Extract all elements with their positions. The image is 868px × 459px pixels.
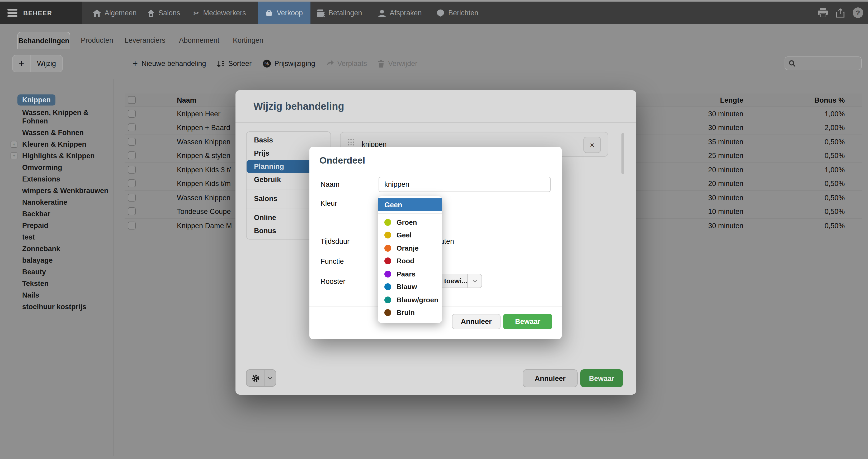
kleur-option-rood[interactable]: Rood bbox=[378, 255, 442, 267]
sidebar-item[interactable]: Nanokeratine bbox=[22, 198, 111, 206]
select-all-checkbox[interactable] bbox=[128, 96, 136, 104]
sidebar-item[interactable]: balayage bbox=[22, 256, 111, 264]
sidebar-item[interactable]: Nails bbox=[22, 291, 111, 299]
kleur-option-groen[interactable]: Groen bbox=[378, 216, 442, 229]
sorteer-button[interactable]: Sorteer bbox=[217, 60, 252, 68]
modal-scrollbar[interactable] bbox=[621, 133, 624, 174]
share-icon[interactable] bbox=[836, 8, 845, 18]
nav-item-afspraken[interactable]: Afspraken bbox=[378, 2, 422, 24]
rooster-select-value[interactable]: toewi... bbox=[440, 274, 468, 288]
row-checkbox[interactable] bbox=[128, 110, 136, 118]
row-checkbox[interactable] bbox=[128, 152, 136, 160]
modal-tab-basis[interactable]: Basis bbox=[247, 133, 331, 147]
sidebar-item[interactable]: Omvorming bbox=[22, 163, 111, 171]
row-checkbox[interactable] bbox=[128, 222, 136, 230]
kleur-option-geel[interactable]: Geel bbox=[378, 229, 442, 242]
sidebar-item[interactable]: stoelhuur kostprijs bbox=[22, 302, 111, 311]
row-checkbox[interactable] bbox=[128, 166, 136, 173]
add-icon[interactable]: + bbox=[13, 55, 31, 72]
sidebar-item[interactable]: Teksten bbox=[22, 280, 111, 288]
chevron-down-icon[interactable] bbox=[265, 370, 276, 386]
column-header-naam[interactable]: Naam bbox=[177, 96, 196, 104]
kleur-option-geen[interactable]: Geen bbox=[378, 198, 442, 211]
rooster-select[interactable]: toewi... bbox=[440, 274, 482, 288]
sidebar-item[interactable]: Beauty bbox=[22, 268, 111, 276]
settings-split-button[interactable] bbox=[246, 369, 276, 387]
sidebar-item[interactable]: Zonnebank bbox=[22, 244, 111, 253]
naam-label: Naam bbox=[320, 181, 340, 188]
basket-icon bbox=[265, 9, 273, 17]
row-checkbox[interactable] bbox=[128, 138, 136, 145]
search-icon bbox=[789, 60, 796, 67]
gear-icon[interactable] bbox=[247, 370, 265, 386]
kleur-option-bruin[interactable]: Bruin bbox=[378, 306, 442, 319]
row-checkbox[interactable] bbox=[128, 207, 136, 216]
search-box[interactable] bbox=[784, 57, 862, 70]
move-arrow-icon bbox=[326, 60, 334, 67]
hamburger-icon bbox=[7, 9, 18, 17]
color-dot-blauwgroen bbox=[384, 296, 391, 303]
column-header-lengte[interactable]: Lengte bbox=[720, 96, 743, 104]
sidebar-item[interactable]: Prepaid bbox=[22, 221, 111, 230]
nav-item-salons[interactable]: Salons bbox=[147, 2, 180, 24]
nav-item-medewerkers[interactable]: ✂ Medewerkers bbox=[193, 2, 246, 24]
dialog-annuleer-button[interactable]: Annuleer bbox=[452, 314, 500, 329]
row-checkbox[interactable] bbox=[128, 179, 136, 188]
kleur-option-blauwgroen[interactable]: Blauw/groen bbox=[378, 293, 442, 306]
column-header-bonus[interactable]: Bonus % bbox=[814, 96, 845, 104]
color-dot-rood bbox=[384, 258, 391, 265]
onderdeel-dialog: Onderdeel Naam Kleur Tijdsduur minuten F… bbox=[309, 147, 562, 339]
color-dot-groen bbox=[384, 219, 391, 226]
modal-annuleer-button[interactable]: Annuleer bbox=[523, 369, 578, 387]
prijswijziging-button[interactable]: % Prijswijziging bbox=[263, 60, 315, 68]
scissors-icon: ✂ bbox=[193, 9, 199, 17]
tab-behandelingen[interactable]: Behandelingen bbox=[18, 32, 70, 49]
nav-item-algemeen[interactable]: Algemeen bbox=[93, 2, 137, 24]
category-list: Knippen Wassen, Knippen & Fohnen Wassen … bbox=[22, 94, 111, 314]
selected-category-pill[interactable]: Knippen bbox=[18, 94, 56, 105]
wijzig-split-button[interactable]: + Wijzig bbox=[12, 55, 63, 72]
sidebar-item[interactable]: +Highlights & Knippen bbox=[22, 152, 111, 160]
expand-icon[interactable]: + bbox=[10, 152, 18, 159]
sidebar-item[interactable]: test bbox=[22, 233, 111, 241]
app-screen: BEHEER Algemeen Salons ✂ Medewerkers Ver… bbox=[0, 0, 868, 459]
person-icon bbox=[378, 9, 386, 17]
chevron-down-icon[interactable] bbox=[468, 274, 482, 288]
dialog-bewaar-button[interactable]: Bewaar bbox=[503, 314, 552, 329]
section-tabbar: Behandelingen Producten Leveranciers Abo… bbox=[0, 32, 868, 48]
tab-leveranciers[interactable]: Leveranciers bbox=[125, 32, 165, 48]
search-input[interactable] bbox=[798, 60, 857, 67]
sidebar-item-knippen[interactable]: Knippen bbox=[22, 94, 111, 105]
kleur-option-paars[interactable]: Paars bbox=[378, 267, 442, 281]
row-checkbox[interactable] bbox=[128, 194, 136, 201]
home-icon bbox=[93, 9, 101, 17]
modal-bewaar-button[interactable]: Bewaar bbox=[580, 369, 623, 387]
tijdsduur-label: Tijdsduur bbox=[320, 237, 349, 245]
tab-abonnement[interactable]: Abonnement bbox=[179, 32, 219, 48]
kleur-option-oranje[interactable]: Oranje bbox=[378, 242, 442, 255]
nav-item-verkoop[interactable]: Verkoop bbox=[258, 2, 310, 24]
sidebar-item[interactable]: Extensions bbox=[22, 175, 111, 183]
wijzig-button-label[interactable]: Wijzig bbox=[31, 55, 62, 72]
tab-producten[interactable]: Producten bbox=[81, 32, 113, 48]
remove-item-button[interactable]: × bbox=[583, 137, 601, 153]
help-icon[interactable]: ? bbox=[853, 7, 863, 18]
tab-kortingen[interactable]: Kortingen bbox=[233, 32, 264, 48]
kleur-option-blauw[interactable]: Blauw bbox=[378, 281, 442, 293]
sidebar-item[interactable]: Wassen, Knippen & Fohnen bbox=[22, 109, 111, 125]
main-menu-button[interactable]: BEHEER bbox=[0, 2, 82, 24]
nav-item-betalingen[interactable]: Betalingen bbox=[317, 2, 362, 24]
sidebar-item[interactable]: wimpers & Wenkbrauwen bbox=[22, 187, 111, 195]
nav-item-berichten[interactable]: Berichten bbox=[437, 2, 478, 24]
naam-input[interactable] bbox=[378, 177, 551, 192]
dropdown-separator bbox=[378, 211, 442, 214]
dialog-title: Onderdeel bbox=[319, 155, 365, 166]
sidebar-item[interactable]: Wassen & Fohnen bbox=[22, 128, 111, 137]
expand-icon[interactable]: + bbox=[10, 141, 18, 147]
color-dot-oranje bbox=[384, 245, 391, 252]
nieuwe-behandeling-button[interactable]: + Nieuwe behandeling bbox=[132, 58, 206, 69]
row-checkbox[interactable] bbox=[128, 124, 136, 132]
sidebar-item[interactable]: +Kleuren & Knippen bbox=[22, 140, 111, 148]
sidebar-item[interactable]: Backbar bbox=[22, 210, 111, 218]
print-icon[interactable] bbox=[818, 8, 828, 18]
